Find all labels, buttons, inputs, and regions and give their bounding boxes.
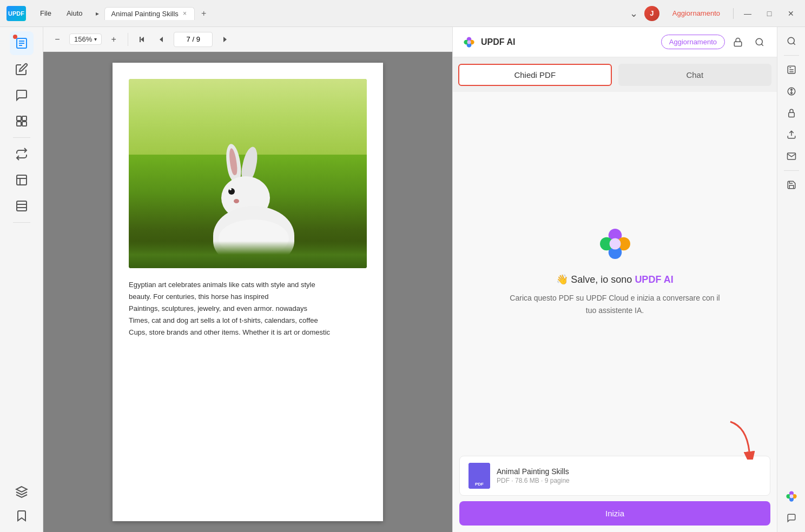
right-icon-upload[interactable]	[782, 125, 801, 144]
sidebar-icon-layers[interactable]	[10, 480, 34, 504]
search-icon-btn[interactable]	[751, 34, 768, 51]
close-btn[interactable]: ✕	[783, 6, 799, 21]
file-name: Animal Painting Skills	[497, 467, 761, 476]
update-button[interactable]: Aggiornamento	[666, 7, 727, 19]
nav-next-btn[interactable]	[217, 32, 232, 47]
minimize-btn[interactable]: —	[740, 6, 755, 21]
ai-content: 👋 Salve, io sono UPDF AI Carica questo P…	[453, 92, 777, 449]
ai-logo-icon	[461, 35, 477, 50]
svg-rect-18	[734, 42, 742, 46]
tab-close-btn[interactable]: ×	[182, 10, 188, 17]
pdf-page: Egyptian art celebrates animals like cat…	[113, 63, 383, 521]
lock-icon-btn[interactable]	[729, 34, 747, 51]
sidebar-bottom	[10, 480, 34, 528]
file-meta: PDF · 78.6 MB · 9 pagine	[497, 477, 761, 484]
app-logo: UPDF	[6, 6, 26, 21]
ai-brand-name: UPDF AI	[635, 274, 673, 285]
svg-marker-11	[16, 487, 27, 492]
right-divider-2	[784, 170, 799, 171]
nav-first-btn[interactable]	[135, 32, 150, 47]
toolbar-separator	[128, 33, 128, 46]
pdf-text-content: Egyptian art celebrates animals like cat…	[129, 279, 367, 338]
pdf-content[interactable]: Egyptian art celebrates animals like cat…	[43, 52, 452, 532]
sidebar-icon-protect[interactable]	[10, 168, 34, 192]
right-icon-chat[interactable]	[782, 508, 801, 528]
zoom-out-btn[interactable]: −	[50, 32, 65, 47]
titlebar: UPDF File Aiuto ▸ Animal Painting Skills…	[0, 0, 805, 27]
ai-header: UPDF AI Aggiornamento	[453, 27, 777, 57]
tab-chiedi-pdf[interactable]: Chiedi PDF	[458, 64, 612, 86]
svg-rect-12	[140, 37, 141, 42]
right-sidebar	[777, 27, 805, 532]
nav-prev-btn[interactable]	[154, 32, 169, 47]
all-tabs-dropdown[interactable]: ⌄	[630, 8, 638, 19]
right-icon-ocr[interactable]	[782, 60, 801, 79]
ai-tabs-wrapper: Chiedi PDF Chat	[453, 57, 777, 92]
sidebar-icon-edit[interactable]	[10, 57, 34, 81]
sidebar-divider-2	[13, 222, 30, 223]
right-icon-ai[interactable]	[782, 487, 801, 506]
sidebar-icon-organize[interactable]	[10, 109, 34, 133]
logo-box: UPDF	[6, 6, 26, 21]
start-button[interactable]: Inizia	[459, 501, 770, 526]
svg-rect-8	[17, 175, 27, 185]
right-icon-search[interactable]	[782, 31, 801, 51]
tab-bar: ▸ Animal Painting Skills × +	[93, 6, 625, 21]
pdf-toolbar: − 156% ▾ +	[43, 27, 452, 52]
tab-chat[interactable]: Chat	[618, 64, 772, 86]
ai-mascot-logo	[596, 225, 634, 263]
sidebar-divider-1	[13, 137, 30, 138]
svg-point-35	[789, 495, 793, 498]
document-tab[interactable]: Animal Painting Skills ×	[104, 7, 195, 20]
svg-rect-6	[17, 122, 21, 126]
sidebar-icon-convert[interactable]	[10, 142, 34, 166]
user-avatar[interactable]: J	[644, 6, 659, 21]
svg-rect-10	[17, 201, 27, 211]
svg-point-24	[609, 238, 621, 250]
svg-rect-29	[788, 112, 794, 117]
upgrade-button[interactable]: Aggiornamento	[661, 35, 725, 49]
sidebar-icon-share[interactable]	[10, 194, 34, 218]
zoom-display[interactable]: 156% ▾	[69, 34, 102, 45]
ai-panel: UPDF AI Aggiornamento Chie	[452, 27, 777, 532]
file-card: PDF Animal Painting Skills PDF · 78.6 MB…	[459, 456, 770, 496]
file-type-icon: PDF	[469, 463, 490, 489]
main-area: − 156% ▾ +	[0, 27, 805, 532]
pdf-image	[129, 79, 367, 268]
file-info: Animal Painting Skills PDF · 78.6 MB · 9…	[497, 467, 761, 484]
right-icon-email[interactable]	[782, 147, 801, 166]
left-sidebar	[0, 27, 43, 532]
zoom-in-btn[interactable]: +	[106, 32, 121, 47]
menu-aiuto[interactable]: Aiuto	[61, 7, 88, 19]
svg-point-17	[467, 40, 471, 44]
svg-point-25	[788, 37, 794, 44]
new-tab-btn[interactable]: +	[197, 6, 210, 21]
ai-greeting: 👋 Salve, io sono UPDF AI	[556, 274, 673, 285]
right-icon-save[interactable]	[782, 175, 801, 195]
ai-header-icons	[729, 34, 768, 51]
file-type-label: PDF	[475, 482, 484, 487]
svg-rect-4	[17, 116, 21, 121]
titlebar-right: ⌄ J Aggiornamento — □ ✕	[630, 6, 799, 21]
right-divider-1	[784, 55, 799, 56]
svg-point-19	[756, 38, 762, 45]
ai-footer: PDF Animal Painting Skills PDF · 78.6 MB…	[453, 449, 777, 532]
ai-title: UPDF AI	[481, 37, 657, 47]
pdf-area: − 156% ▾ +	[43, 27, 452, 532]
sidebar-icon-bookmark[interactable]	[10, 504, 34, 528]
tab-label: Animal Painting Skills	[111, 10, 179, 18]
sidebar-icon-comment[interactable]	[10, 83, 34, 107]
right-icon-convert[interactable]	[782, 82, 801, 101]
maximize-btn[interactable]: □	[762, 6, 777, 21]
svg-rect-5	[22, 116, 27, 121]
ai-description: Carica questo PDF su UPDF Cloud e inizia…	[507, 292, 723, 316]
zoom-dropdown-icon: ▾	[94, 36, 97, 42]
tab-dropdown-icon[interactable]: ▸	[93, 8, 102, 19]
page-input[interactable]	[174, 32, 213, 47]
menu-file[interactable]: File	[35, 7, 57, 19]
right-icon-lock[interactable]	[782, 103, 801, 123]
page-input-container	[174, 32, 213, 47]
svg-rect-7	[22, 122, 27, 126]
